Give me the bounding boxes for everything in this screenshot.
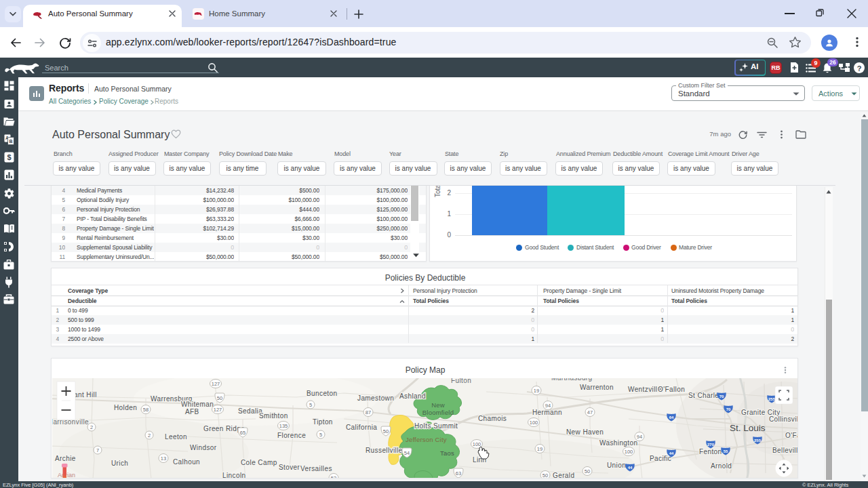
svg-text:100: 100: [473, 441, 481, 447]
svg-text:California: California: [346, 424, 377, 431]
svg-text:127: 127: [214, 407, 222, 413]
svg-text:54: 54: [404, 450, 410, 456]
svg-text:70: 70: [726, 407, 731, 411]
svg-text:Pacific: Pacific: [650, 455, 671, 462]
svg-text:Cole Camp: Cole Camp: [241, 459, 277, 466]
svg-text:Calhoun: Calhoun: [173, 458, 200, 466]
svg-text:5: 5: [309, 402, 312, 408]
svg-text:50: 50: [217, 395, 222, 401]
svg-text:58: 58: [143, 407, 149, 413]
svg-text:70: 70: [719, 394, 724, 399]
svg-text:63: 63: [456, 470, 461, 476]
svg-text:100: 100: [530, 420, 538, 426]
svg-text:Collinsville: Collinsville: [769, 415, 798, 423]
svg-text:Chamois: Chamois: [478, 415, 507, 422]
svg-text:Russellville: Russellville: [366, 447, 403, 454]
svg-text:AFB: AFB: [185, 408, 199, 415]
svg-text:127: 127: [212, 381, 220, 387]
svg-text:55: 55: [724, 449, 728, 453]
svg-text:Fenton: Fenton: [699, 448, 722, 455]
svg-text:O'Fallon: O'Fallon: [658, 386, 685, 393]
svg-text:ant Hill: ant Hill: [74, 391, 97, 399]
svg-text:135: 135: [279, 423, 288, 429]
svg-text:New Haven: New Haven: [566, 428, 604, 436]
svg-text:94: 94: [637, 434, 642, 440]
svg-text:Gerald: Gerald: [553, 472, 574, 479]
svg-text:50: 50: [585, 468, 590, 474]
svg-text:Whiteman: Whiteman: [181, 401, 214, 408]
svg-text:Holden: Holden: [114, 404, 137, 411]
svg-text:2: 2: [90, 424, 93, 430]
svg-text:255: 255: [768, 397, 776, 401]
svg-text:7: 7: [96, 447, 99, 453]
svg-text:47: 47: [587, 409, 593, 415]
svg-text:Florence: Florence: [277, 432, 306, 439]
svg-text:19: 19: [537, 446, 542, 452]
svg-text:Fulton: Fulton: [451, 378, 471, 384]
svg-text:Belleville: Belleville: [772, 447, 798, 454]
svg-text:100: 100: [625, 449, 633, 455]
svg-text:Adrian: Adrian: [58, 472, 75, 479]
svg-text:Taos: Taos: [440, 449, 454, 457]
svg-text:St. Louis: St. Louis: [730, 423, 766, 433]
svg-text:Jamestown: Jamestown: [357, 394, 394, 402]
svg-text:87: 87: [366, 409, 371, 415]
svg-text:Union: Union: [607, 462, 626, 469]
svg-text:64: 64: [669, 415, 674, 420]
svg-text:Leeton: Leeton: [165, 433, 187, 441]
svg-text:Wentzville: Wentzville: [628, 386, 661, 393]
svg-text:Holts Summit: Holts Summit: [414, 422, 458, 430]
svg-text:13: 13: [161, 455, 166, 462]
svg-text:2: 2: [148, 432, 151, 439]
svg-text:New: New: [431, 401, 445, 409]
svg-text:B: B: [9, 139, 13, 144]
svg-text:255: 255: [754, 439, 762, 443]
svg-text:$: $: [7, 153, 12, 161]
svg-text:Bunceton: Bunceton: [307, 390, 337, 397]
svg-text:Bloomfield: Bloomfield: [422, 409, 454, 416]
svg-text:50: 50: [542, 472, 548, 479]
svg-text:Arnold: Arnold: [711, 462, 732, 470]
svg-text:Versailles: Versailles: [300, 465, 332, 472]
svg-text:52: 52: [331, 475, 336, 479]
svg-text:Smithton: Smithton: [259, 412, 288, 420]
svg-text:Warrenton: Warrenton: [580, 384, 614, 391]
svg-text:Stover: Stover: [279, 464, 300, 471]
svg-text:44: 44: [628, 466, 633, 470]
svg-text:Lincoln: Lincoln: [222, 472, 246, 479]
svg-text:5: 5: [319, 432, 322, 438]
svg-text:Ashland: Ashland: [399, 392, 426, 400]
svg-text:O'Fall: O'Fall: [785, 432, 798, 439]
svg-text:Jefferson City: Jefferson City: [406, 436, 447, 443]
svg-text:Tipton: Tipton: [313, 418, 333, 426]
svg-text:50: 50: [383, 428, 389, 434]
svg-text:94: 94: [545, 403, 551, 409]
svg-text:44: 44: [669, 451, 674, 455]
svg-text:65: 65: [240, 430, 245, 436]
svg-text:19: 19: [534, 388, 539, 394]
svg-text:Marthasburg: Marthasburg: [551, 378, 593, 382]
svg-text:Washington: Washington: [599, 439, 637, 447]
svg-text:Urich: Urich: [111, 460, 128, 467]
svg-text:Windsor: Windsor: [190, 444, 217, 451]
svg-text:270: 270: [707, 443, 715, 447]
svg-text:Archie: Archie: [55, 455, 76, 462]
